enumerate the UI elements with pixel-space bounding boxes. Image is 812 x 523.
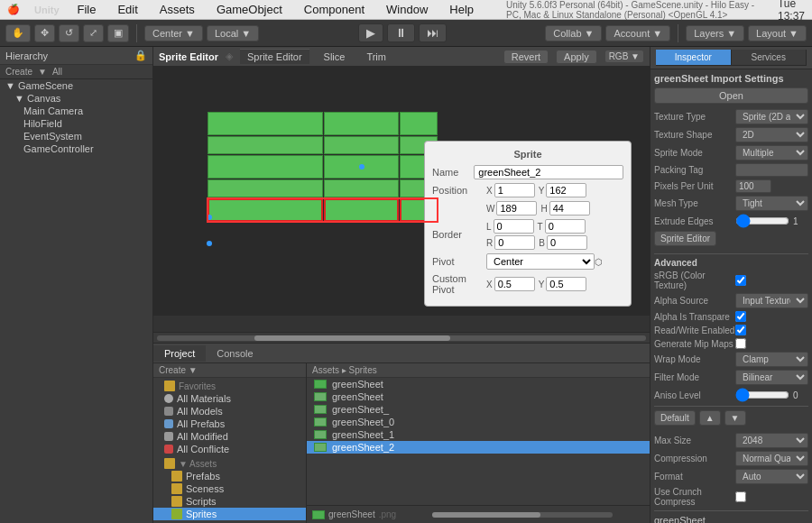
handle-tl[interactable] <box>207 215 212 220</box>
max-size-select[interactable]: 2048 <box>735 433 808 448</box>
rgb-icon[interactable]: RGB ▼ <box>604 50 644 63</box>
sprite-editor-btn[interactable]: Sprite Editor <box>654 231 716 246</box>
mip-maps-checkbox[interactable] <box>735 338 746 349</box>
alpha-transparent-checkbox[interactable] <box>735 311 746 322</box>
apply-btn[interactable]: Apply <box>556 50 597 64</box>
tree-item-gamecontroller[interactable]: GameController <box>0 142 152 155</box>
sprite-cell[interactable] <box>208 155 323 179</box>
y-input[interactable] <box>546 183 586 197</box>
center-toggle[interactable]: Center ▼ <box>144 25 203 41</box>
default-btn[interactable]: Default <box>654 410 696 426</box>
menu-help[interactable]: Help <box>446 3 477 16</box>
crunch-checkbox[interactable] <box>735 491 746 502</box>
cpy-input[interactable] <box>546 277 586 291</box>
console-tab[interactable]: Console <box>206 345 263 362</box>
prefabs-folder[interactable]: Prefabs <box>153 470 306 482</box>
open-button[interactable]: Open <box>654 87 808 104</box>
all-materials-item[interactable]: All Materials <box>153 392 306 405</box>
se-tab-sprite[interactable]: Sprite Editor <box>240 49 309 64</box>
menu-edit[interactable]: Edit <box>114 3 141 16</box>
up-btn[interactable]: ▲ <box>699 410 721 426</box>
down-btn[interactable]: ▼ <box>724 410 746 426</box>
project-tab[interactable]: Project <box>153 345 206 362</box>
file-greensheet-sub[interactable]: greenSheet_ <box>307 403 650 416</box>
play-button[interactable]: ▶ <box>358 23 383 42</box>
b-input[interactable] <box>547 235 587 250</box>
packing-tag-input[interactable] <box>735 163 808 177</box>
pixels-per-unit-input[interactable] <box>735 179 771 193</box>
filter-mode-select[interactable]: Bilinear <box>735 370 808 385</box>
scenes-folder[interactable]: Sceness <box>153 482 306 495</box>
x-input[interactable] <box>494 183 535 197</box>
sprite-cell[interactable] <box>208 112 323 135</box>
sprite-cell[interactable] <box>324 112 399 135</box>
local-toggle[interactable]: Local ▼ <box>207 25 259 41</box>
sprite-cell[interactable] <box>208 136 323 154</box>
tree-item-hilofield[interactable]: HiloField <box>0 117 152 130</box>
canvas-area[interactable]: Sprite Name Position X <box>153 67 650 343</box>
extrude-slider[interactable] <box>735 214 789 228</box>
rotate-tool[interactable]: ↺ <box>59 24 79 42</box>
pivot-select[interactable]: Center <box>486 253 595 270</box>
hand-tool[interactable]: ✋ <box>5 24 31 42</box>
menu-gameobject[interactable]: GameObject <box>213 3 286 16</box>
sprite-cell[interactable] <box>400 112 438 135</box>
sprite-cell[interactable] <box>208 179 323 197</box>
file-greensheet-1[interactable]: greenSheet_1 <box>307 428 650 441</box>
name-input[interactable] <box>474 165 623 179</box>
sprite-cell-selected[interactable] <box>208 198 323 222</box>
h-input[interactable] <box>549 201 590 216</box>
project-create-btn[interactable]: Create <box>159 365 186 375</box>
l-input[interactable] <box>494 219 534 234</box>
menu-component[interactable]: Component <box>300 3 368 16</box>
se-tab-slice[interactable]: Slice <box>317 50 353 64</box>
all-prefabs-item[interactable]: All Prefabs <box>153 417 306 430</box>
tree-item-eventsystem[interactable]: EventSystem <box>0 130 152 142</box>
sprite-cell[interactable] <box>324 179 399 197</box>
all-conflicted-item[interactable]: All Conflicte <box>153 443 306 455</box>
all-modified-item[interactable]: All Modified <box>153 430 306 443</box>
move-tool[interactable]: ✥ <box>34 24 55 42</box>
canvas-scrollbar[interactable] <box>153 332 650 343</box>
file-greensheet[interactable]: greenSheet <box>307 378 650 390</box>
inspector-tab[interactable]: Inspector <box>656 50 732 65</box>
alpha-source-select[interactable]: Input Texture Alpha <box>735 293 808 308</box>
srgb-checkbox[interactable] <box>735 275 746 286</box>
scale-tool[interactable]: ⤢ <box>83 24 104 42</box>
account-button[interactable]: Account ▼ <box>605 25 670 41</box>
step-button[interactable]: ⏭ <box>419 23 447 42</box>
layers-button[interactable]: Layers ▼ <box>686 25 744 41</box>
all-models-item[interactable]: All Models <box>153 405 306 417</box>
app-name[interactable]: Unity <box>34 5 60 15</box>
scripts-folder[interactable]: Scripts <box>153 495 306 508</box>
pause-button[interactable]: ⏸ <box>387 23 415 42</box>
tree-item-maincamera[interactable]: Main Camera <box>0 105 152 117</box>
compression-select[interactable]: Normal Quality <box>735 451 808 466</box>
se-tab-trim[interactable]: Trim <box>359 50 393 64</box>
hierarchy-all-btn[interactable]: All <box>52 67 62 77</box>
format-select[interactable]: Auto <box>735 469 808 484</box>
file-greensheet-2[interactable]: greenSheet_2 <box>307 441 650 454</box>
scroll-thumb[interactable] <box>254 335 450 341</box>
tree-item-canvas[interactable]: ▼ Canvas <box>0 92 152 105</box>
revert-btn[interactable]: Revert <box>503 50 549 64</box>
r-input[interactable] <box>494 235 535 250</box>
services-tab[interactable]: Services <box>732 50 807 65</box>
layout-button[interactable]: Layout ▼ <box>748 25 807 41</box>
cpx-input[interactable] <box>494 277 535 291</box>
file-greensheet-0[interactable]: greenSheet_0 <box>307 416 650 428</box>
aniso-slider[interactable] <box>735 388 789 402</box>
menu-file[interactable]: File <box>74 3 100 16</box>
menu-window[interactable]: Window <box>383 3 431 16</box>
mesh-type-select[interactable]: Tight <box>735 196 808 211</box>
sprite-cell-selected[interactable] <box>324 198 399 222</box>
sprite-cell[interactable] <box>324 155 399 179</box>
file-greensheet-main[interactable]: greenSheet <box>307 390 650 403</box>
read-write-checkbox[interactable] <box>735 325 746 335</box>
collab-button[interactable]: Collab ▼ <box>545 25 602 41</box>
sprite-mode-select[interactable]: Multiple <box>735 145 808 161</box>
sprite-cell[interactable] <box>324 136 399 154</box>
apple-icon[interactable]: 🍎 <box>7 4 20 15</box>
hierarchy-lock-icon[interactable]: 🔒 <box>134 50 147 61</box>
rect-tool[interactable]: ▣ <box>107 24 129 42</box>
